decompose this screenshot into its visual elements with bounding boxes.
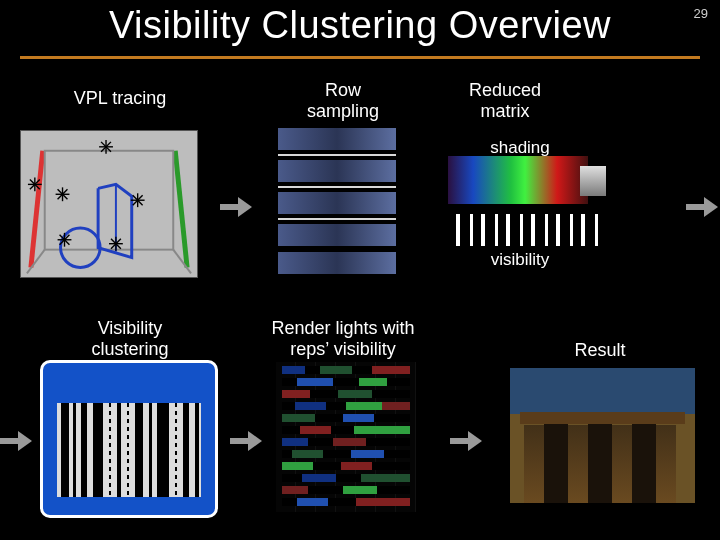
vpl-tracing-figure (20, 130, 198, 278)
reduced-shading-figure (448, 156, 588, 204)
arrow-icon (450, 430, 484, 452)
label-render-lights: Render lights withreps’ visibility (238, 318, 448, 359)
result-figure (510, 368, 695, 503)
visibility-clustering-figure (40, 360, 218, 518)
slide-title: Visibility Clustering Overview (0, 4, 720, 47)
render-lights-figure (276, 362, 416, 512)
arrow-icon (220, 196, 254, 218)
label-reduced-matrix: Reducedmatrix (450, 80, 560, 121)
label-visibility: visibility (480, 250, 560, 270)
title-rule (20, 56, 700, 59)
row-sampling-figure (272, 124, 402, 279)
arrow-icon (230, 430, 264, 452)
label-visibility-clustering: Visibilityclustering (50, 318, 210, 359)
svg-line-1 (175, 151, 187, 268)
arrow-icon (0, 430, 34, 452)
svg-line-0 (31, 151, 43, 268)
label-shading: shading (480, 138, 560, 158)
svg-point-6 (61, 228, 101, 268)
label-row-sampling: Rowsampling (288, 80, 398, 121)
slide: 29 Visibility Clustering Overview VPL tr… (0, 0, 720, 540)
reduced-visibility-figure (448, 214, 598, 246)
arrow-icon (686, 196, 720, 218)
label-result: Result (560, 340, 640, 361)
label-vpl-tracing: VPL tracing (55, 88, 185, 109)
